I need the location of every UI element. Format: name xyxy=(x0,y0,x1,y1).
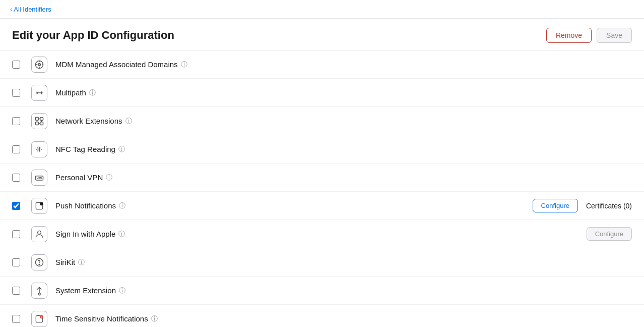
save-button[interactable]: Save xyxy=(597,28,632,43)
checkbox-multipath[interactable] xyxy=(12,89,20,97)
time-notif-icon: ! xyxy=(31,311,47,327)
capability-name-sirikit: SiriKitⓘ xyxy=(55,258,632,267)
sign-in-apple-icon xyxy=(31,226,47,242)
info-icon-system-extension[interactable]: ⓘ xyxy=(119,286,125,295)
certificates-label-push-notifications: Certificates (0) xyxy=(586,202,632,210)
vpn-icon: VPN xyxy=(31,170,47,186)
info-icon-sign-in-with-apple[interactable]: ⓘ xyxy=(118,230,125,239)
action-cell-sign-in-with-apple: Configure xyxy=(587,227,632,241)
svg-point-12 xyxy=(39,264,40,265)
checkbox-nfc-tag-reading[interactable] xyxy=(12,145,20,153)
svg-point-13 xyxy=(38,293,40,295)
svg-point-10 xyxy=(38,231,41,234)
network-ext-icon xyxy=(31,113,47,129)
checkbox-push-notifications[interactable] xyxy=(12,202,20,210)
svg-point-9 xyxy=(40,202,43,205)
capability-row-sign-in-with-apple: Sign In with AppleⓘConfigure xyxy=(0,220,644,248)
capability-name-multipath: Multipathⓘ xyxy=(55,88,632,97)
info-icon-time-sensitive-notifications[interactable]: ⓘ xyxy=(151,314,158,323)
capability-row-network-extensions: Network Extensionsⓘ xyxy=(0,107,644,135)
capability-name-network-extensions: Network Extensionsⓘ xyxy=(55,117,632,126)
capability-list: MDM Managed Associated DomainsⓘMultipath… xyxy=(0,50,644,327)
capability-row-mdm-managed-domains: MDM Managed Associated Domainsⓘ xyxy=(0,50,644,79)
checkbox-sirikit[interactable] xyxy=(12,258,20,266)
info-icon-push-notifications[interactable]: ⓘ xyxy=(119,201,125,210)
capability-row-system-extension: System Extensionⓘ xyxy=(0,277,644,305)
system-ext-icon xyxy=(31,283,47,299)
push-notif-icon xyxy=(31,198,47,214)
info-icon-personal-vpn[interactable]: ⓘ xyxy=(106,173,112,182)
checkbox-network-extensions[interactable] xyxy=(12,117,20,125)
info-icon-nfc-tag-reading[interactable]: ⓘ xyxy=(118,145,125,154)
back-link[interactable]: All Identifiers xyxy=(10,6,51,13)
svg-text:!: ! xyxy=(41,315,41,318)
capability-name-push-notifications: Push Notificationsⓘ xyxy=(55,201,533,210)
capability-row-sirikit: SiriKitⓘ xyxy=(0,248,644,277)
checkbox-personal-vpn[interactable] xyxy=(12,174,20,182)
capability-name-mdm-managed-domains: MDM Managed Associated Domainsⓘ xyxy=(55,60,632,69)
info-icon-mdm-managed-domains[interactable]: ⓘ xyxy=(181,60,187,69)
svg-point-1 xyxy=(38,63,41,66)
capability-name-time-sensitive-notifications: Time Sensitive Notificationsⓘ xyxy=(55,314,632,323)
multipath-icon xyxy=(31,85,47,101)
page-title: Edit your App ID Configuration xyxy=(12,29,174,42)
svg-text:VPN: VPN xyxy=(37,177,42,180)
capability-name-nfc-tag-reading: NFC Tag Readingⓘ xyxy=(55,145,632,154)
capability-row-multipath: Multipathⓘ xyxy=(0,79,644,107)
capability-row-time-sensitive-notifications: !Time Sensitive Notificationsⓘ xyxy=(0,305,644,327)
checkbox-mdm-managed-domains[interactable] xyxy=(12,61,20,69)
capability-row-nfc-tag-reading: NFC Tag Readingⓘ xyxy=(0,135,644,164)
capability-name-sign-in-with-apple: Sign In with Appleⓘ xyxy=(55,230,587,239)
checkbox-sign-in-with-apple[interactable] xyxy=(12,230,20,238)
svg-rect-5 xyxy=(40,122,43,125)
header-actions: Remove Save xyxy=(546,28,632,43)
info-icon-network-extensions[interactable]: ⓘ xyxy=(125,117,132,126)
mdm-icon xyxy=(31,57,47,73)
svg-rect-2 xyxy=(36,117,39,120)
info-icon-multipath[interactable]: ⓘ xyxy=(89,88,96,97)
action-cell-push-notifications: ConfigureCertificates (0) xyxy=(533,199,632,212)
remove-button[interactable]: Remove xyxy=(546,28,592,43)
nfc-icon xyxy=(31,141,47,157)
capability-name-personal-vpn: Personal VPNⓘ xyxy=(55,173,632,182)
capability-row-personal-vpn: VPNPersonal VPNⓘ xyxy=(0,164,644,192)
checkbox-system-extension[interactable] xyxy=(12,287,20,295)
info-icon-sirikit[interactable]: ⓘ xyxy=(78,258,85,267)
capability-row-push-notifications: Push NotificationsⓘConfigureCertificates… xyxy=(0,192,644,220)
configure-button-push-notifications[interactable]: Configure xyxy=(533,199,578,212)
sirikit-icon xyxy=(31,254,47,270)
capability-name-system-extension: System Extensionⓘ xyxy=(55,286,632,295)
svg-rect-3 xyxy=(40,117,43,120)
checkbox-time-sensitive-notifications[interactable] xyxy=(12,315,20,323)
svg-rect-4 xyxy=(36,122,39,125)
configure-button-sign-in-with-apple[interactable]: Configure xyxy=(587,227,632,241)
